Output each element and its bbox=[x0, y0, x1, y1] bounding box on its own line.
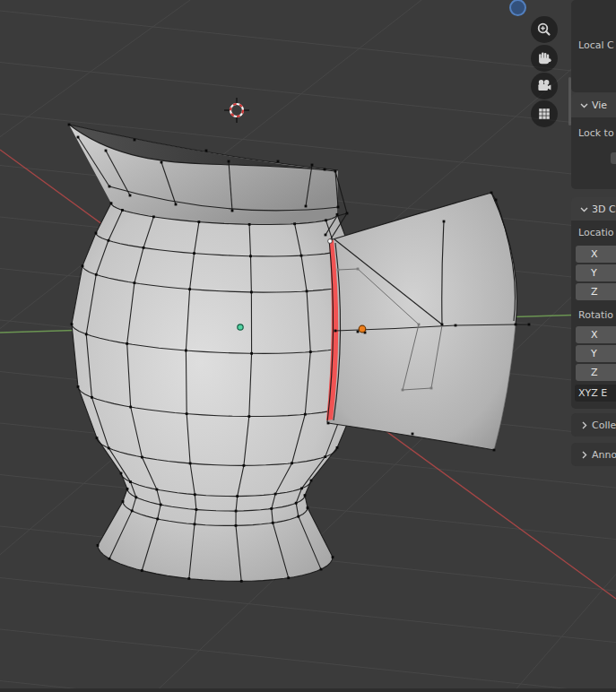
mesh-vertex[interactable] bbox=[188, 288, 191, 290]
mesh-vertex[interactable] bbox=[108, 447, 110, 450]
mesh-vertex[interactable] bbox=[236, 495, 239, 497]
mesh-vertex[interactable] bbox=[490, 192, 493, 195]
mesh-vertex[interactable] bbox=[126, 488, 129, 490]
mesh-vertex[interactable] bbox=[134, 139, 136, 142]
mesh-vertex[interactable] bbox=[197, 221, 200, 223]
mesh-vertex[interactable] bbox=[493, 449, 496, 452]
mesh-vertex[interactable] bbox=[85, 333, 88, 335]
mesh-vertex[interactable] bbox=[295, 502, 298, 505]
mesh-vertex[interactable] bbox=[77, 136, 80, 139]
mesh-vertex[interactable] bbox=[129, 195, 132, 197]
mesh-vertex[interactable] bbox=[235, 510, 238, 513]
mesh-vertex[interactable] bbox=[287, 576, 290, 579]
mesh-vertex[interactable] bbox=[186, 412, 188, 415]
mesh-vertex[interactable] bbox=[194, 523, 196, 525]
mesh-vertex[interactable] bbox=[122, 500, 125, 503]
mesh-vertex[interactable] bbox=[310, 480, 313, 482]
mesh-vertex[interactable] bbox=[250, 352, 253, 355]
mesh-vertex[interactable] bbox=[110, 202, 113, 204]
mesh-vertex[interactable] bbox=[306, 290, 308, 292]
mesh-vertex[interactable] bbox=[274, 493, 277, 496]
mesh-vertex[interactable] bbox=[95, 232, 98, 235]
mesh-vertex[interactable] bbox=[325, 219, 327, 221]
mesh-vertex[interactable] bbox=[443, 221, 446, 223]
mesh-vertex[interactable] bbox=[160, 504, 162, 506]
mesh-vertex[interactable] bbox=[311, 164, 314, 167]
mesh-vertex[interactable] bbox=[247, 415, 250, 418]
mesh-vertex[interactable] bbox=[195, 508, 197, 511]
mesh-vertex[interactable] bbox=[357, 331, 360, 333]
mesh-vertex[interactable] bbox=[300, 487, 303, 489]
camera-view-button[interactable] bbox=[531, 73, 558, 99]
mesh-vertex[interactable] bbox=[270, 507, 273, 510]
mesh-vertex[interactable] bbox=[402, 389, 404, 392]
mesh-vertex[interactable] bbox=[357, 268, 360, 271]
mesh-vertex[interactable] bbox=[121, 209, 124, 212]
mesh-vertex[interactable] bbox=[495, 199, 498, 202]
cursor-location-x-field[interactable]: X bbox=[576, 246, 616, 263]
mesh-vertex[interactable] bbox=[95, 273, 98, 276]
mesh-vertex[interactable] bbox=[441, 324, 444, 326]
mesh-vertex[interactable] bbox=[161, 161, 163, 164]
pan-button[interactable] bbox=[531, 45, 558, 72]
mesh-vertex[interactable] bbox=[337, 269, 340, 272]
mesh-vertex[interactable] bbox=[108, 558, 111, 560]
cursor-rotation-x-field[interactable]: X bbox=[576, 326, 616, 343]
mesh-vertex[interactable] bbox=[418, 324, 421, 326]
mesh-vertex[interactable] bbox=[528, 324, 531, 326]
mesh-vertex[interactable] bbox=[156, 518, 159, 521]
cursor-rotation-z-field[interactable]: Z bbox=[576, 364, 616, 381]
cursor-rotation-y-field[interactable]: Y bbox=[576, 345, 616, 362]
mesh-vertex[interactable] bbox=[430, 387, 433, 390]
mesh-vertex[interactable] bbox=[155, 489, 158, 491]
mesh-vertex[interactable] bbox=[334, 330, 337, 333]
mesh-vertex[interactable] bbox=[325, 234, 327, 237]
mesh-vertex[interactable] bbox=[337, 206, 340, 209]
panel-3d-cursor-header[interactable]: 3D C bbox=[571, 197, 616, 221]
mesh-vertex[interactable] bbox=[187, 577, 190, 580]
mesh-vertex[interactable] bbox=[105, 150, 108, 152]
mesh-vertex[interactable] bbox=[131, 509, 134, 512]
mesh-vertex[interactable] bbox=[134, 281, 136, 284]
mesh-vertex[interactable] bbox=[97, 544, 100, 547]
mesh-vertex[interactable] bbox=[189, 463, 192, 465]
mesh-vertex[interactable] bbox=[175, 203, 178, 206]
mesh-vertex[interactable] bbox=[291, 462, 293, 464]
mesh-vertex[interactable] bbox=[152, 215, 155, 218]
mesh-vertex[interactable] bbox=[304, 494, 307, 497]
mesh-vertex[interactable] bbox=[134, 496, 137, 498]
mesh-vertex[interactable] bbox=[96, 437, 99, 439]
mesh-vertex[interactable] bbox=[332, 556, 334, 558]
lock-checkbox[interactable] bbox=[611, 152, 616, 164]
mesh-vertex[interactable] bbox=[293, 222, 296, 225]
mesh-vertex[interactable] bbox=[91, 396, 93, 399]
mesh-vertex[interactable] bbox=[305, 205, 308, 208]
ortho-toggle-button[interactable] bbox=[531, 100, 558, 127]
mesh-vertex[interactable] bbox=[126, 342, 128, 345]
mesh-vertex[interactable] bbox=[249, 255, 252, 257]
mesh-vertex[interactable] bbox=[324, 169, 326, 171]
cursor-location-z-field[interactable]: Z bbox=[576, 283, 616, 300]
mesh-vertex[interactable] bbox=[304, 413, 307, 416]
zoom-button[interactable] bbox=[531, 16, 558, 43]
mesh-vertex[interactable] bbox=[250, 291, 253, 294]
mesh-vertex[interactable] bbox=[243, 464, 246, 467]
mesh-vertex[interactable] bbox=[248, 223, 251, 226]
mesh-vertex[interactable] bbox=[194, 493, 196, 496]
mesh-vertex[interactable] bbox=[193, 252, 195, 255]
mesh-vertex[interactable] bbox=[272, 522, 274, 524]
mesh-vertex[interactable] bbox=[185, 350, 187, 352]
mesh-vertex[interactable] bbox=[141, 569, 143, 572]
panel-collections-header[interactable]: Colle bbox=[571, 413, 616, 437]
mesh-vertex[interactable] bbox=[300, 255, 303, 257]
mesh-vertex[interactable] bbox=[68, 124, 71, 126]
mesh-vertex[interactable] bbox=[297, 515, 299, 518]
mesh-vertex[interactable] bbox=[307, 506, 309, 509]
mesh-vertex[interactable] bbox=[143, 247, 145, 249]
mesh-vertex[interactable] bbox=[324, 455, 326, 458]
panel-view-lock-header[interactable]: Vie bbox=[571, 93, 616, 117]
cursor-location-y-field[interactable]: Y bbox=[576, 264, 616, 281]
mesh-vertex[interactable] bbox=[77, 385, 80, 388]
mesh-vertex[interactable] bbox=[129, 480, 132, 483]
mesh-vertex[interactable] bbox=[108, 186, 111, 188]
